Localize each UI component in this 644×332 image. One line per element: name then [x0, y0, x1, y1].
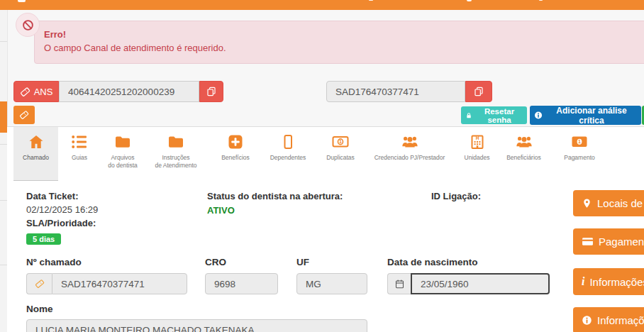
sad-copy-button[interactable]	[465, 81, 492, 102]
tab-label: Pagamento	[564, 154, 594, 162]
id-ligacao-column: ID Ligação:	[431, 191, 481, 201]
reset-password-button[interactable]: Resetar senha	[461, 106, 527, 124]
tab-chamado[interactable]: Chamado	[13, 127, 58, 181]
status-value: ATIVO	[207, 205, 406, 216]
plus-square-icon	[227, 133, 244, 150]
folder-icon	[167, 133, 184, 150]
svg-text:1: 1	[339, 139, 342, 144]
home-icon	[28, 133, 45, 150]
list-icon	[71, 133, 88, 150]
folder-icon	[114, 133, 131, 150]
data-nascimento-input[interactable]	[411, 273, 550, 294]
data-nascimento-label: Data de nascimento	[387, 257, 478, 267]
map-marker-icon	[582, 198, 592, 209]
sad-number-input[interactable]	[326, 81, 465, 102]
numero-chamado-label: Nº chamado	[26, 257, 82, 267]
tab-label: Arquivosdo dentista	[108, 154, 138, 170]
cro-label: CRO	[205, 257, 226, 267]
add-critical-analysis-label: Adicionar análise crítica	[546, 106, 637, 126]
sla-badge: 5 dias	[26, 233, 61, 245]
data-ticket-value: 02/12/2025 16:29	[26, 204, 196, 215]
tab-credenciado-pj-prestador[interactable]: Credenciado PJ/Prestador	[369, 127, 450, 181]
informacoes-secondary-button[interactable]: Informações	[573, 307, 644, 332]
error-alert: Erro! O campo Canal de atendimento é req…	[34, 21, 644, 64]
tab-label: Instruçõesde Atendimento	[155, 154, 196, 170]
ans-input-group: ANS	[13, 81, 223, 102]
header-nav-fragment	[539, 0, 543, 1]
ticket-meta-column: Data Ticket: 02/12/2025 16:29 SLA/Priori…	[26, 191, 196, 245]
money-bill-outline-icon: 1	[332, 133, 349, 150]
info-circle-icon	[582, 315, 592, 326]
copy-icon	[473, 86, 484, 97]
rail-divider	[0, 41, 7, 42]
info-letter-icon: i	[582, 276, 584, 287]
money-bill-icon: 1	[571, 133, 588, 150]
lock-icon	[465, 111, 472, 120]
users-icon	[401, 133, 418, 150]
users-icon	[516, 133, 533, 150]
credit-card-icon	[582, 236, 594, 248]
locais-label: Locais de ate	[597, 197, 644, 209]
uf-input[interactable]	[296, 273, 367, 294]
sla-label: SLA/Prioridade:	[26, 218, 196, 228]
copy-icon	[206, 86, 217, 97]
rail-divider	[0, 265, 7, 265]
status-column: Status do dentista na abertura: ATIVO	[207, 191, 406, 216]
calendar-icon	[387, 273, 411, 294]
nome-label: Nome	[26, 304, 53, 314]
tab-dependentes[interactable]: Dependentes	[264, 127, 312, 181]
ans-copy-button[interactable]	[199, 81, 223, 102]
nome-input[interactable]	[26, 319, 367, 332]
tab-label: Credenciado PJ/Prestador	[374, 154, 445, 162]
pagamento-label: Pagamento	[599, 236, 644, 248]
tab-guias[interactable]: Guias	[58, 127, 101, 181]
reset-password-label: Resetar senha	[476, 107, 523, 124]
app-header	[0, 0, 644, 10]
numero-chamado-group	[26, 273, 187, 294]
ticket-icon	[19, 110, 29, 120]
tab-label: Guias	[72, 154, 87, 162]
header-nav-fragment	[467, 0, 472, 1]
alert-message: O campo Canal de atendimento é requerido…	[44, 43, 644, 53]
informacoes-secondary-label: Informações	[597, 314, 644, 326]
data-ticket-label: Data Ticket:	[26, 191, 196, 201]
ticket-button[interactable]	[13, 106, 35, 124]
ans-number-input[interactable]	[59, 81, 199, 102]
ans-button[interactable]: ANS	[13, 81, 59, 102]
status-label: Status do dentista na abertura:	[207, 191, 406, 201]
rail-divider	[0, 144, 7, 145]
informacoes-button[interactable]: i Informações	[573, 268, 644, 295]
tab-pagamento[interactable]: 1 Pagamento	[544, 127, 615, 181]
tab-unidades[interactable]: H Unidades	[450, 127, 504, 181]
informacoes-label: Informações	[589, 276, 644, 288]
tab-label: Chamado	[23, 154, 49, 162]
hospital-icon: H	[469, 133, 486, 150]
tab-instrucoes-de-atendimento[interactable]: Instruçõesde Atendimento	[145, 127, 207, 181]
tab-duplicatas[interactable]: 1 Duplicatas	[312, 127, 369, 181]
tab-label: Dependentes	[270, 154, 306, 162]
tab-label: Unidades	[465, 154, 490, 162]
tab-bar: Chamado Guias Arquivosdo dentista Instru…	[7, 126, 644, 181]
tab-label: Duplicatas	[326, 154, 355, 162]
info-circle-icon	[534, 111, 543, 120]
rail-divider	[0, 200, 7, 201]
sidebar-active-item[interactable]	[0, 101, 7, 133]
id-ligacao-label: ID Ligação:	[431, 191, 481, 201]
locais-de-atendimento-button[interactable]: Locais de ate	[573, 190, 644, 216]
pagamento-button[interactable]: Pagamento	[573, 228, 644, 255]
tab-label: Benefícios	[221, 154, 250, 162]
ban-icon	[16, 13, 40, 37]
add-critical-analysis-button[interactable]: Adicionar análise crítica	[530, 106, 641, 125]
ticket-icon	[26, 273, 52, 294]
ticket-icon	[20, 87, 30, 97]
numero-chamado-input[interactable]	[52, 273, 187, 294]
cro-input[interactable]	[205, 273, 278, 294]
alert-title: Erro!	[44, 29, 644, 40]
svg-text:1: 1	[578, 139, 581, 144]
tab-arquivos-do-dentista[interactable]: Arquivosdo dentista	[101, 127, 145, 181]
tab-beneficiarios[interactable]: Beneficiários	[504, 127, 544, 181]
header-nav-fragment	[369, 0, 373, 1]
tablet-icon	[279, 133, 296, 150]
tab-beneficios[interactable]: Benefícios	[207, 127, 264, 181]
ans-button-label: ANS	[34, 87, 53, 97]
